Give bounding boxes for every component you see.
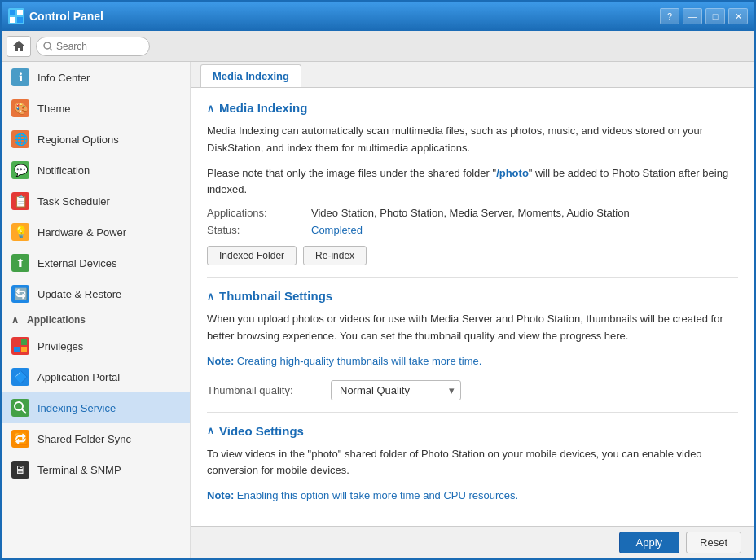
video-note-label: Note: — [207, 489, 234, 501]
thumbnail-chevron: ∧ — [207, 291, 214, 302]
notification-icon: 💬 — [11, 161, 29, 179]
sidebar-label-indexing: Indexing Service — [37, 402, 116, 414]
update-icon: 🔄 — [11, 285, 29, 303]
divider-1 — [207, 277, 738, 278]
thumbnail-note-label: Note: — [207, 355, 234, 367]
sidebar-label-regional: Regional Options — [37, 133, 119, 146]
svg-rect-1 — [17, 10, 23, 15]
hardware-icon: 💡 — [11, 223, 29, 241]
search-input[interactable] — [56, 41, 138, 52]
help-button[interactable]: ? — [660, 8, 679, 24]
quality-select-wrapper: Normal Quality High Quality Low Quality — [331, 380, 461, 400]
video-note: Note: Enabling this option will take mor… — [207, 488, 738, 505]
media-indexing-desc1: Media Indexing can automatically scan mu… — [207, 123, 738, 157]
desc2-folder: /photo — [496, 167, 529, 179]
indexed-folder-button[interactable]: Indexed Folder — [207, 246, 297, 265]
sidebar-item-theme[interactable]: 🎨 Theme — [2, 93, 190, 124]
sharedfolder-icon: 🔁 — [11, 430, 29, 448]
status-value: Completed — [311, 224, 363, 236]
media-indexing-desc2: Please note that only the image files un… — [207, 165, 738, 199]
video-desc: To view videos in the "photo" shared fol… — [207, 446, 738, 480]
sidebar-item-application-portal[interactable]: 🔷 Application Portal — [2, 361, 190, 392]
terminal-icon: 🖥 — [11, 461, 29, 479]
sidebar-item-info-center[interactable]: ℹ Info Center — [2, 62, 190, 93]
sidebar-label-task: Task Scheduler — [37, 195, 110, 208]
sidebar-item-terminal-snmp[interactable]: 🖥 Terminal & SNMP — [2, 454, 190, 485]
close-button[interactable]: ✕ — [728, 8, 748, 24]
video-note-body: Enabling this option will take more time… — [234, 489, 518, 501]
reset-button[interactable]: Reset — [686, 532, 741, 553]
action-buttons: Indexed Folder Re-index — [207, 246, 738, 265]
quality-label: Thumbnail quality: — [207, 384, 321, 396]
applications-header-label: Applications — [27, 314, 86, 326]
minimize-button[interactable]: — — [683, 8, 702, 24]
applications-label: Applications: — [207, 207, 305, 219]
thumbnail-settings-title: ∧ Thumbnail Settings — [207, 289, 738, 303]
home-button[interactable] — [7, 36, 31, 57]
window-title: Control Panel — [29, 10, 103, 23]
footer-bar: Apply Reset — [191, 526, 754, 558]
sidebar-label-notification: Notification — [37, 164, 90, 177]
sidebar-label-privileges: Privileges — [37, 340, 83, 352]
tab-bar: Media Indexing — [191, 62, 754, 88]
app-icon — [8, 8, 24, 24]
sidebar-label-terminal: Terminal & SNMP — [37, 464, 121, 476]
search-icon — [43, 42, 53, 51]
applications-header-chevron: ∧ — [11, 314, 19, 326]
privileges-icon — [11, 337, 29, 355]
reindex-button[interactable]: Re-index — [303, 246, 367, 265]
titlebar-left: Control Panel — [8, 8, 103, 24]
svg-rect-8 — [14, 347, 20, 352]
sidebar-item-hardware-power[interactable]: 💡 Hardware & Power — [2, 217, 190, 247]
search-box — [36, 37, 150, 56]
video-settings-title: ∧ Video Settings — [207, 424, 738, 438]
thumbnail-heading: Thumbnail Settings — [219, 289, 332, 303]
desc2-before: Please note that only the image files un… — [207, 167, 496, 179]
sidebar-item-indexing-service[interactable]: Indexing Service — [2, 392, 190, 423]
sidebar-label-sharedfolder: Shared Folder Sync — [37, 433, 131, 445]
thumbnail-note: Note: Creating high-quality thumbnails w… — [207, 353, 738, 370]
sidebar-label-update: Update & Restore — [37, 288, 121, 300]
sidebar-item-privileges[interactable]: Privileges — [2, 330, 190, 361]
svg-rect-2 — [10, 17, 15, 23]
sidebar-label-info-center: Info Center — [37, 72, 90, 84]
divider-2 — [207, 412, 738, 413]
theme-icon: 🎨 — [11, 99, 29, 117]
task-icon: 📋 — [11, 192, 29, 210]
sidebar: ℹ Info Center 🎨 Theme 🌐 Regional Options… — [2, 62, 191, 558]
sidebar-label-hardware: Hardware & Power — [37, 226, 126, 238]
sidebar-item-shared-folder-sync[interactable]: 🔁 Shared Folder Sync — [2, 423, 190, 454]
quality-select[interactable]: Normal Quality High Quality Low Quality — [331, 380, 461, 400]
tab-media-indexing[interactable]: Media Indexing — [200, 64, 301, 87]
apply-button[interactable]: Apply — [619, 532, 680, 553]
sidebar-item-external-devices[interactable]: ⬆ External Devices — [2, 247, 190, 278]
svg-rect-0 — [10, 10, 15, 15]
maximize-button[interactable]: □ — [705, 8, 725, 24]
toolbar — [2, 31, 754, 62]
sidebar-item-notification[interactable]: 💬 Notification — [2, 155, 190, 186]
thumbnail-note-body: Creating high-quality thumbnails will ta… — [234, 355, 481, 367]
sidebar-item-task-scheduler[interactable]: 📋 Task Scheduler — [2, 186, 190, 217]
video-chevron: ∧ — [207, 425, 214, 436]
content-panel: Media Indexing ∧ Media Indexing Media In… — [191, 62, 754, 558]
sidebar-item-regional-options[interactable]: 🌐 Regional Options — [2, 124, 190, 155]
applications-section-header: ∧ Applications — [2, 309, 190, 330]
svg-rect-6 — [14, 339, 20, 345]
svg-rect-3 — [17, 17, 23, 23]
applications-row: Applications: Video Station, Photo Stati… — [207, 207, 738, 219]
sidebar-label-theme: Theme — [37, 103, 70, 115]
media-indexing-heading: Media Indexing — [219, 101, 307, 115]
quality-row: Thumbnail quality: Normal Quality High Q… — [207, 380, 738, 400]
appportal-icon: 🔷 — [11, 368, 29, 386]
titlebar: Control Panel ? — □ ✕ — [2, 2, 754, 31]
sidebar-label-external: External Devices — [37, 257, 117, 269]
regional-icon: 🌐 — [11, 130, 29, 148]
status-label: Status: — [207, 224, 305, 236]
video-heading: Video Settings — [219, 424, 304, 438]
content-body: ∧ Media Indexing Media Indexing can auto… — [191, 88, 754, 526]
applications-value: Video Station, Photo Station, Media Serv… — [311, 207, 630, 219]
sidebar-item-update-restore[interactable]: 🔄 Update & Restore — [2, 278, 190, 309]
svg-point-10 — [15, 402, 23, 410]
svg-point-4 — [44, 42, 51, 49]
media-indexing-chevron: ∧ — [207, 103, 214, 114]
